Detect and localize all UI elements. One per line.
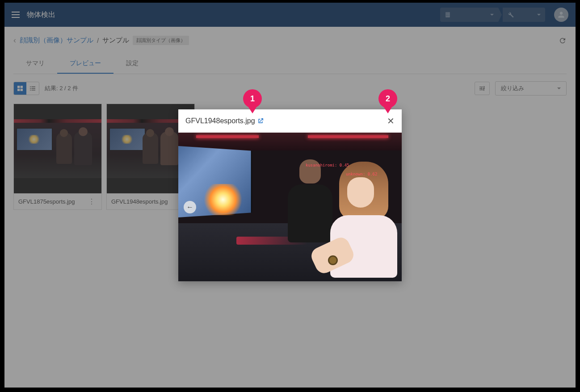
annotation-pin-1: 1 (243, 89, 262, 113)
image-preview-modal: GFVL1948esports.jpg ✕ kusanohiromi: 0.45… (178, 109, 402, 281)
modal-filename: GFVL1948esports.jpg (185, 117, 255, 125)
close-icon[interactable]: ✕ (387, 116, 395, 126)
open-external-icon[interactable] (257, 117, 264, 125)
annotation-pin-2: 2 (378, 89, 397, 113)
detection-label: unknown: 0.62 (346, 172, 377, 176)
modal-header: GFVL1948esports.jpg ✕ (178, 109, 402, 133)
modal-image: kusanohiromi: 0.45 unknown: 0.62 ← (178, 133, 402, 281)
detection-label: kusanohiromi: 0.45 (306, 163, 349, 167)
prev-image-button[interactable]: ← (184, 201, 196, 213)
